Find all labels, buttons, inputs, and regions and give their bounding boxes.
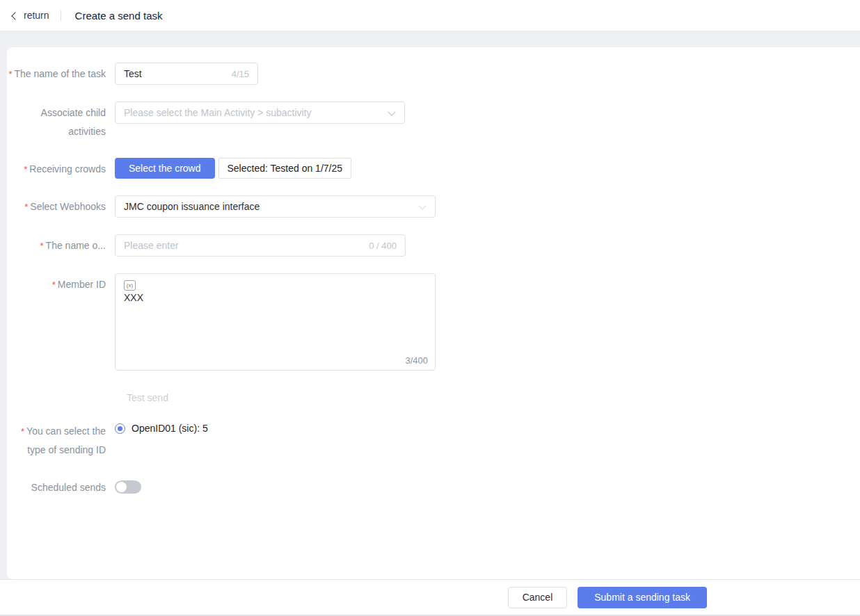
empty-label [7, 387, 115, 389]
webhooks-select[interactable]: JMC coupon issuance interface [115, 195, 436, 218]
sending-id-label: *You can select the type of sending ID [7, 420, 115, 460]
test-send-button[interactable]: Test send [127, 387, 168, 403]
required-mark: * [52, 279, 56, 290]
member-id-value: XXX [124, 292, 427, 303]
row-child-activities: Associate child activities Please select… [7, 102, 860, 141]
required-mark: * [24, 164, 27, 175]
insert-variable-icon[interactable]: (x) [124, 280, 136, 291]
required-mark: * [24, 202, 28, 212]
message-name-input-field[interactable] [124, 240, 363, 251]
page-header: return Create a send task [0, 0, 860, 31]
child-activities-label: Associate child activities [7, 102, 115, 141]
row-receiving-crowds: *Receiving crowds Select the crowd Selec… [7, 158, 860, 179]
task-name-input-field[interactable] [124, 68, 226, 79]
toggle-knob [116, 482, 127, 492]
member-id-label: *Member ID [7, 273, 115, 294]
row-member-id: *Member ID (x) XXX 3/400 [7, 273, 860, 371]
form-card: *The name of the task 4/15 Associate chi… [7, 47, 860, 579]
member-id-counter: 3/400 [405, 355, 428, 366]
message-name-counter: 0 / 400 [369, 241, 397, 251]
required-mark: * [8, 69, 12, 79]
message-name-label: *The name o... [7, 234, 115, 255]
chevron-left-icon [11, 12, 19, 19]
row-task-name: *The name of the task 4/15 [7, 63, 860, 85]
submit-button[interactable]: Submit a sending task [578, 587, 707, 608]
footer-bar: Cancel Submit a sending task [0, 579, 860, 616]
row-sending-id: *You can select the type of sending ID O… [7, 420, 860, 460]
cancel-button[interactable]: Cancel [508, 587, 568, 608]
back-button[interactable]: return [13, 10, 49, 21]
required-mark: * [21, 426, 24, 437]
receiving-crowds-label: *Receiving crowds [7, 158, 115, 179]
radio-dot [118, 426, 122, 431]
back-label: return [24, 10, 49, 21]
radio-selected-icon[interactable] [115, 423, 125, 434]
child-activities-placeholder: Please select the Main Activity > subact… [124, 107, 383, 118]
selected-crowd-box: Selected: Tested on 1/7/25 [218, 158, 352, 179]
row-scheduled-sends: Scheduled sends [7, 476, 860, 497]
webhooks-value: JMC coupon issuance interface [124, 201, 414, 212]
row-message-name: *The name o... 0 / 400 [7, 234, 860, 257]
row-webhooks: *Select Webhooks JMC coupon issuance int… [7, 195, 860, 218]
member-id-textarea[interactable]: (x) XXX 3/400 [115, 273, 436, 371]
select-crowd-button[interactable]: Select the crowd [115, 158, 215, 179]
message-name-input[interactable]: 0 / 400 [115, 234, 406, 257]
scheduled-sends-toggle[interactable] [115, 480, 141, 494]
openid-radio-option[interactable]: OpenID01 (sic): 5 [115, 420, 208, 434]
chevron-down-icon [418, 202, 426, 209]
header-divider [61, 10, 61, 21]
task-name-counter: 4/15 [232, 69, 249, 79]
required-mark: * [40, 241, 44, 251]
child-activities-select[interactable]: Please select the Main Activity > subact… [115, 102, 405, 124]
page-title: Create a send task [75, 10, 163, 22]
task-name-label: *The name of the task [7, 63, 115, 83]
task-name-input[interactable]: 4/15 [115, 63, 258, 85]
chevron-down-icon [388, 108, 395, 115]
scheduled-sends-label: Scheduled sends [7, 476, 115, 497]
openid-radio-label: OpenID01 (sic): 5 [132, 423, 208, 434]
row-test-send: Test send [7, 387, 860, 403]
webhooks-label: *Select Webhooks [7, 195, 115, 216]
